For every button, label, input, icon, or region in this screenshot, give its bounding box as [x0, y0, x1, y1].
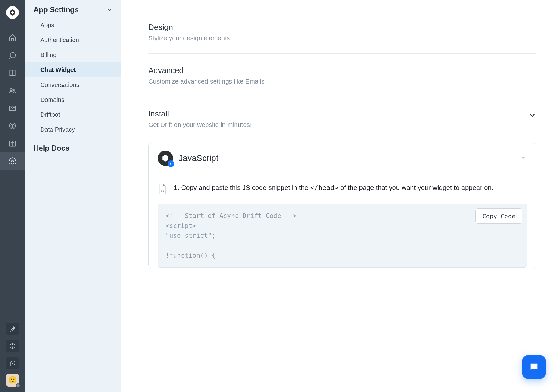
nav-home[interactable] — [0, 29, 25, 46]
rail-rocket-button[interactable] — [6, 323, 19, 335]
sidebar-item-authentication[interactable]: Authentication — [25, 33, 121, 48]
chevron-down-icon — [520, 154, 527, 162]
nav-playbooks[interactable] — [0, 64, 25, 82]
chevron-down-icon — [107, 7, 113, 13]
chat-fab[interactable] — [522, 355, 546, 379]
sidebar-item-driftbot[interactable]: Driftbot — [25, 107, 121, 122]
svg-point-4 — [9, 123, 16, 129]
section-title: Design — [148, 23, 536, 32]
sidebar-header-label: App Settings — [34, 5, 79, 14]
install-step-text: 1. Copy and paste this JS code snippet i… — [174, 183, 493, 193]
sidebar-item-domains[interactable]: Domains — [25, 92, 121, 107]
icon-rail: 🙂 — [0, 0, 25, 392]
svg-point-11 — [12, 347, 13, 347]
svg-point-5 — [11, 124, 14, 128]
nav-conversations[interactable] — [0, 46, 25, 64]
sidebar-item-apps[interactable]: Apps — [25, 18, 121, 33]
code-snippet-text: <!-- Start of Async Drift Code --> <scri… — [165, 212, 297, 259]
nav-settings[interactable] — [0, 152, 25, 170]
svg-rect-2 — [9, 106, 16, 111]
code-snippet-box[interactable]: Copy Code<!-- Start of Async Drift Code … — [158, 204, 527, 268]
sidebar-header-app-settings[interactable]: App Settings — [25, 1, 121, 18]
section-subtitle: Stylize your design elements — [148, 34, 536, 42]
section-install: Install Get Drift on your website in min… — [148, 97, 536, 280]
sidebar-item-conversations[interactable]: Conversations — [25, 77, 121, 92]
sidebar-item-data-privacy[interactable]: Data Privacy — [25, 122, 121, 137]
rail-help-button[interactable] — [6, 340, 19, 352]
sidebar-item-chat-widget[interactable]: Chat Widget — [25, 62, 121, 77]
svg-point-3 — [11, 108, 12, 109]
javascript-badge-icon — [158, 151, 173, 166]
section-title: Install — [148, 109, 528, 119]
section-design[interactable]: Design Stylize your design elements — [148, 10, 536, 54]
card-title: JavaScript — [179, 153, 218, 163]
nav-contacts[interactable] — [0, 82, 25, 99]
file-code-icon — [158, 184, 167, 195]
section-subtitle: Customize advanced settings like Emails — [148, 78, 536, 85]
install-js-card: JavaScript 1. Copy and paste this JS cod… — [148, 143, 536, 268]
section-divider-top — [148, 0, 536, 10]
section-subtitle: Get Drift on your website in minutes! — [148, 121, 528, 128]
rail-approve-button[interactable] — [6, 357, 19, 369]
card-header[interactable]: JavaScript — [149, 143, 536, 173]
presence-indicator — [16, 383, 20, 388]
svg-point-6 — [12, 125, 13, 126]
install-header[interactable]: Install Get Drift on your website in min… — [148, 109, 536, 128]
sidebar-section-help-docs[interactable]: Help Docs — [25, 137, 121, 155]
install-step-1: 1. Copy and paste this JS code snippet i… — [158, 183, 527, 195]
svg-point-1 — [13, 89, 15, 91]
nav-reports[interactable] — [0, 135, 25, 152]
svg-point-8 — [12, 160, 14, 162]
section-title: Advanced — [148, 66, 536, 75]
sidebar-item-billing[interactable]: Billing — [25, 48, 121, 62]
nav-campaigns[interactable] — [0, 117, 25, 135]
svg-point-9 — [13, 328, 14, 329]
svg-point-0 — [10, 89, 12, 91]
user-avatar[interactable]: 🙂 — [6, 374, 19, 387]
nav-accounts[interactable] — [0, 99, 25, 117]
settings-sidebar: App Settings Apps Authentication Billing… — [25, 0, 121, 392]
section-advanced[interactable]: Advanced Customize advanced settings lik… — [148, 54, 536, 97]
copy-code-button[interactable]: Copy Code — [475, 208, 522, 224]
chevron-down-icon — [528, 111, 536, 119]
main-content: Design Stylize your design elements Adva… — [121, 0, 556, 392]
app-logo[interactable] — [6, 6, 19, 19]
